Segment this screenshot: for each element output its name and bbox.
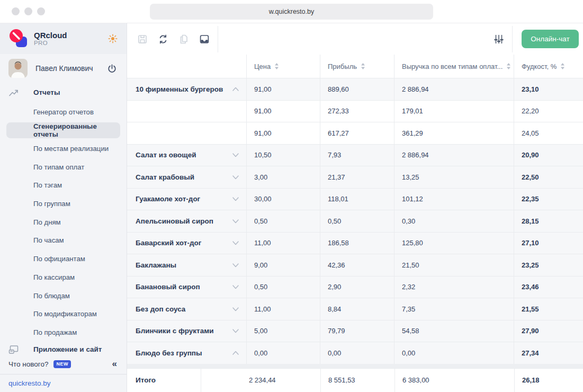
whats-new-row[interactable]: Что нового? NEW « xyxy=(0,358,127,371)
sliders-icon[interactable] xyxy=(493,33,505,45)
cell-profit: 0,50 xyxy=(320,210,394,232)
chevron-icon[interactable] xyxy=(232,174,239,180)
total-revenue: 6 383,00 xyxy=(394,369,514,392)
table-row[interactable]: Салат из овощей 10,50 7,93 2 886,94 20,9… xyxy=(127,144,583,166)
table-row[interactable]: 91,00 617,27 361,29 24,05 xyxy=(127,122,583,144)
cell-profit: 889,60 xyxy=(320,78,394,100)
sort-icon xyxy=(361,63,365,70)
collapse-sidebar-icon[interactable]: « xyxy=(112,359,117,369)
sidebar-item-label: По блюдам xyxy=(33,292,70,300)
save-icon[interactable] xyxy=(137,33,148,45)
total-label: Итого xyxy=(127,369,201,392)
cell-price: 0,00 xyxy=(246,342,320,364)
table-row[interactable]: 10 фирменных бургеров 91,00 889,60 2 886… xyxy=(127,78,583,100)
sidebar-item[interactable]: По типам оплат xyxy=(0,158,127,176)
chevron-icon[interactable] xyxy=(232,262,239,268)
chevron-icon[interactable] xyxy=(232,350,239,356)
main-content: Онлайн-чат Цена Прибыль Выручка по всем … xyxy=(127,23,583,392)
table-row[interactable]: Баклажаны 9,00 42,36 21,50 23,25 xyxy=(127,254,583,276)
cell-price: 10,50 xyxy=(246,145,320,166)
table-row[interactable]: Банановый сироп 0,50 2,90 2,32 23,46 xyxy=(127,276,583,298)
tray-icon[interactable] xyxy=(199,33,210,45)
site-link[interactable]: quickresto.by xyxy=(8,379,51,387)
row-name: Салат крабовый xyxy=(136,173,194,181)
header-foodcost[interactable]: Фудкост, % xyxy=(514,55,583,78)
sidebar-item[interactable]: По группам xyxy=(0,194,127,213)
traffic-lights[interactable] xyxy=(12,7,45,15)
cell-price: 5,00 xyxy=(246,320,320,342)
row-name: Салат из овощей xyxy=(136,151,196,159)
cell-foodcost: 23,10 xyxy=(514,78,583,100)
cell-foodcost: 22,35 xyxy=(514,189,583,210)
header-revenue[interactable]: Выручка по всем типам оплат... xyxy=(394,55,514,78)
table-row[interactable]: Апельсиновый сироп 0,50 0,50 0,30 28,15 xyxy=(127,210,583,232)
sidebar-item[interactable]: По местам реализации xyxy=(0,139,127,158)
sidebar-item[interactable]: Генератор отчетов xyxy=(0,103,127,121)
sidebar-item-label: Генератор отчетов xyxy=(33,108,94,116)
cell-foodcost: 23,25 xyxy=(514,254,583,276)
cell-profit: 79,79 xyxy=(320,320,394,342)
cell-profit: 617,27 xyxy=(320,122,394,144)
sidebar-item[interactable]: По часам xyxy=(0,231,127,250)
row-name-cell: Блюдо без группы xyxy=(127,342,246,364)
cell-foodcost: 28,15 xyxy=(514,210,583,232)
chevron-icon[interactable] xyxy=(232,218,239,224)
copy-icon[interactable] xyxy=(178,33,190,45)
address-bar[interactable]: w.quickresto.by xyxy=(150,4,433,20)
sidebar-section-reports[interactable]: Отчеты xyxy=(0,83,127,103)
cell-price: 0,50 xyxy=(246,210,320,232)
sidebar-item[interactable]: По модификаторам xyxy=(0,305,127,323)
row-name-cell: Салат из овощей xyxy=(127,145,246,166)
refresh-icon[interactable] xyxy=(157,33,169,45)
row-name-cell xyxy=(127,101,246,122)
sidebar-item-label: По кассирам xyxy=(33,273,75,281)
row-name: 10 фирменных бургеров xyxy=(136,85,223,93)
chevron-icon[interactable] xyxy=(232,196,239,202)
user-name: Павел Климович xyxy=(35,64,93,73)
header-profit[interactable]: Прибыль xyxy=(320,55,394,78)
table-row[interactable]: Без доп соуса 11,00 8,84 7,35 21,55 xyxy=(127,298,583,320)
cell-revenue: 179,01 xyxy=(394,101,514,122)
cell-price: 11,00 xyxy=(246,298,320,320)
chevron-icon[interactable] xyxy=(232,240,239,246)
sort-icon xyxy=(274,63,279,70)
sidebar-item[interactable]: По дням xyxy=(0,213,127,231)
chevron-icon[interactable] xyxy=(232,86,239,92)
table-row[interactable]: Блюдо без группы 0,00 0,00 0,00 27,34 xyxy=(127,342,583,364)
power-icon[interactable] xyxy=(107,64,117,74)
user-row[interactable]: Павел Климович xyxy=(0,54,127,83)
sidebar-item[interactable]: По официантам xyxy=(0,250,127,268)
table-row[interactable]: 91,00 272,33 179,01 22,20 xyxy=(127,100,583,122)
new-badge: NEW xyxy=(53,360,71,368)
cell-profit: 42,36 xyxy=(320,254,394,276)
sidebar-section-app-site[interactable]: Приложение и сайт xyxy=(0,342,127,358)
row-name: Баклажаны xyxy=(136,261,176,269)
sidebar-item[interactable]: По тэгам xyxy=(0,176,127,195)
chevron-icon[interactable] xyxy=(232,152,239,158)
cell-price: 9,00 xyxy=(246,254,320,276)
online-chat-button[interactable]: Онлайн-чат xyxy=(522,30,579,48)
cell-profit: 7,93 xyxy=(320,145,394,166)
row-name-cell: Без доп соуса xyxy=(127,298,246,320)
sidebar-item[interactable]: По кассирам xyxy=(0,268,127,287)
sidebar-item-label: По дням xyxy=(33,218,61,226)
total-price: 2 234,44 xyxy=(247,369,320,392)
sidebar-item-label: Сгенерированные отчеты xyxy=(33,122,120,138)
site-link-row: quickresto.by xyxy=(0,374,127,392)
table-row[interactable]: Гуакамоле хот-дог 30,00 118,01 101,12 22… xyxy=(127,188,583,210)
chevron-icon[interactable] xyxy=(232,328,239,334)
chevron-icon[interactable] xyxy=(232,284,239,290)
cell-revenue: 2 886,94 xyxy=(394,145,514,166)
sidebar-item[interactable]: По продажам xyxy=(0,323,127,342)
cell-revenue: 13,25 xyxy=(394,166,514,188)
header-price[interactable]: Цена xyxy=(246,55,320,78)
table-row[interactable]: Салат крабовый 3,00 21,37 13,25 22,50 xyxy=(127,166,583,188)
table-row[interactable]: Блинчики с фруктами 5,00 79,79 54,58 27,… xyxy=(127,320,583,342)
sidebar-item[interactable]: По блюдам xyxy=(0,287,127,305)
brand-name: QRcloud xyxy=(34,31,67,40)
chevron-icon[interactable] xyxy=(232,306,239,312)
sun-icon[interactable] xyxy=(107,33,118,44)
sidebar-item[interactable]: Сгенерированные отчеты xyxy=(0,121,127,139)
sort-icon xyxy=(506,63,511,70)
table-row[interactable]: Баварский хот-дог 11,00 186,58 125,80 27… xyxy=(127,232,583,254)
